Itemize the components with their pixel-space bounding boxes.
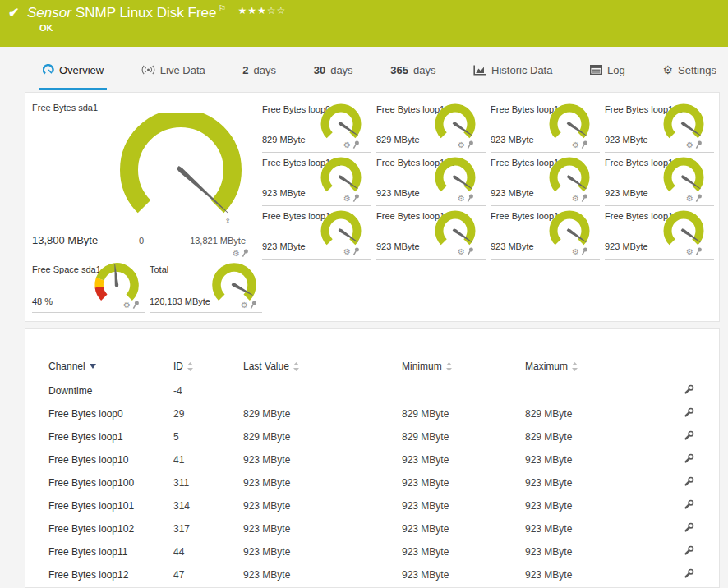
table-cell: 923 MByte <box>243 563 402 586</box>
gauge-settings-gear-icon[interactable]: ⚙ <box>343 195 351 203</box>
table-cell-settings[interactable] <box>642 563 699 586</box>
pin-icon[interactable] <box>467 247 474 256</box>
table-row[interactable]: Free Bytes loop029829 MByte829 MByte829 … <box>48 402 699 425</box>
gauge-settings-gear-icon[interactable]: ⚙ <box>458 141 465 149</box>
column-header-settings <box>642 356 699 379</box>
table-row[interactable]: Free Bytes loop1041923 MByte923 MByte923… <box>48 448 699 471</box>
channel-settings-icon[interactable] <box>684 476 694 487</box>
pin-icon[interactable] <box>250 301 257 310</box>
gauge-settings-gear-icon[interactable]: ⚙ <box>241 301 248 310</box>
table-cell: 923 MByte <box>402 448 525 471</box>
tab-2-days[interactable]: 2days <box>239 52 279 90</box>
gauge-settings-gear-icon[interactable]: ⚙ <box>686 248 693 256</box>
pin-icon[interactable] <box>352 247 360 256</box>
column-header-maximum[interactable]: Maximum <box>525 356 642 379</box>
table-cell: 829 MByte <box>525 402 642 425</box>
gauge-settings-gear-icon[interactable]: ⚙ <box>458 195 465 203</box>
table-cell: 923 MByte <box>243 494 402 517</box>
column-header-id[interactable]: ID <box>173 356 243 379</box>
table-cell-settings[interactable] <box>642 448 699 471</box>
table-row[interactable]: Free Bytes loop15829 MByte829 MByte829 M… <box>48 425 699 448</box>
gauge <box>546 103 593 145</box>
gauge-settings-gear-icon[interactable]: ⚙ <box>686 195 693 203</box>
gauge-cell-icons: ⚙ <box>686 140 703 149</box>
gauge-settings-gear-icon[interactable]: ⚙ <box>123 301 131 310</box>
column-header-channel[interactable]: Channel <box>48 356 173 379</box>
sensor-type-label: Sensor <box>27 5 71 21</box>
main-gauge-title: Free Bytes sda1 <box>32 99 256 113</box>
sort-both-icon[interactable] <box>293 362 299 371</box>
table-row[interactable]: Downtime-4 <box>48 379 699 402</box>
priority-stars[interactable]: ★★★☆☆ <box>237 5 286 16</box>
sort-both-icon[interactable] <box>572 362 578 371</box>
tab-settings[interactable]: ⚙Settings <box>659 52 720 90</box>
gauge-cell-icons: ⚙ <box>686 247 703 256</box>
table-cell-settings[interactable] <box>642 517 699 540</box>
tab-live-data[interactable]: Live Data <box>138 52 209 90</box>
gauge-settings-gear-icon[interactable]: ⚙ <box>572 195 579 203</box>
tab-365-days[interactable]: 365days <box>387 52 439 90</box>
pin-icon[interactable] <box>581 247 588 256</box>
gauge-settings-gear-icon[interactable]: ⚙ <box>233 250 240 258</box>
table-cell-settings[interactable] <box>642 494 699 517</box>
channel-settings-icon[interactable] <box>684 499 694 510</box>
sort-desc-icon[interactable] <box>90 364 96 369</box>
gauge-value: 923 MByte <box>262 241 306 251</box>
pin-icon[interactable] <box>695 140 703 149</box>
channel-settings-icon[interactable] <box>684 545 694 556</box>
pin-icon[interactable] <box>695 247 703 256</box>
pin-icon[interactable] <box>467 194 474 203</box>
pin-icon[interactable] <box>581 194 588 203</box>
table-cell-settings[interactable] <box>642 540 699 563</box>
gauge-settings-gear-icon[interactable]: ⚙ <box>572 248 579 256</box>
tab-overview[interactable]: Overview <box>39 52 107 90</box>
table-row[interactable]: Free Bytes loop1247923 MByte923 MByte923… <box>48 563 699 586</box>
pin-icon[interactable] <box>352 194 360 203</box>
stars-empty[interactable]: ☆☆ <box>267 5 287 16</box>
gauge-settings-gear-icon[interactable]: ⚙ <box>343 141 351 149</box>
tab-label: Overview <box>59 64 104 76</box>
table-cell-settings[interactable] <box>642 471 699 494</box>
tab-historic-data[interactable]: Historic Data <box>470 52 555 90</box>
pin-icon[interactable] <box>352 140 360 149</box>
gauge-settings-gear-icon[interactable]: ⚙ <box>686 141 693 149</box>
channel-settings-icon[interactable] <box>684 430 694 441</box>
table-cell-settings[interactable] <box>642 379 699 402</box>
column-header-minimum[interactable]: Minimum <box>402 356 525 379</box>
pin-icon[interactable] <box>695 194 703 203</box>
sort-both-icon[interactable] <box>446 362 452 371</box>
tab-log[interactable]: Log <box>587 52 629 90</box>
pin-icon[interactable] <box>467 140 474 149</box>
tab-label: Log <box>607 64 625 76</box>
table-cell: -4 <box>173 379 243 402</box>
table-row[interactable]: Free Bytes loop101314923 MByte923 MByte9… <box>48 494 699 517</box>
stars-filled[interactable]: ★★★ <box>237 5 266 16</box>
table-row[interactable]: Free Bytes loop1144923 MByte923 MByte923… <box>48 540 699 563</box>
table-cell-settings[interactable] <box>642 425 699 448</box>
table-cell-settings[interactable] <box>642 402 699 425</box>
table-row[interactable]: Free Bytes loop100311923 MByte923 MByte9… <box>48 471 699 494</box>
tab-num: 365 <box>390 64 408 76</box>
pin-icon[interactable] <box>132 301 140 310</box>
channel-settings-icon[interactable] <box>684 453 694 464</box>
table-cell: 923 MByte <box>243 471 402 494</box>
gauge-cell-icons: ⚙ <box>572 247 588 256</box>
gauge-settings-gear-icon[interactable]: ⚙ <box>343 248 351 256</box>
channel-settings-icon[interactable] <box>684 384 694 395</box>
table-row[interactable]: Free Bytes loop102317923 MByte923 MByte9… <box>48 517 699 540</box>
channel-settings-icon[interactable] <box>684 407 694 418</box>
pin-icon[interactable] <box>242 249 249 258</box>
channel-settings-icon[interactable] <box>684 522 694 533</box>
table-cell: 923 MByte <box>402 471 525 494</box>
gauge-settings-gear-icon[interactable]: ⚙ <box>572 141 579 149</box>
main-gauge: x̄ <box>111 113 251 236</box>
tab-30-days[interactable]: 30days <box>311 52 357 90</box>
gauge-settings-gear-icon[interactable]: ⚙ <box>458 248 465 256</box>
gauge-value: 923 MByte <box>376 241 420 251</box>
tab-label: days <box>254 64 276 76</box>
column-header-last-value[interactable]: Last Value <box>243 356 402 379</box>
sort-both-icon[interactable] <box>187 362 193 371</box>
channel-settings-icon[interactable] <box>684 568 694 579</box>
flag-icon[interactable]: ⚐ <box>219 3 227 13</box>
pin-icon[interactable] <box>581 140 588 149</box>
